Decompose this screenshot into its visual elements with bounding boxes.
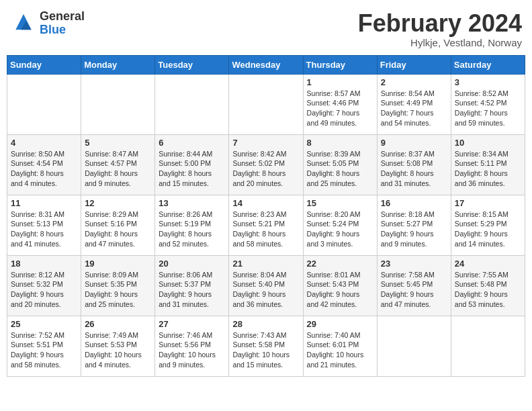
day-number: 14 (232, 198, 299, 208)
day-number: 29 (307, 319, 373, 329)
day-info: Sunrise: 8:39 AMSunset: 5:05 PMDaylight:… (307, 149, 373, 189)
day-number: 13 (159, 198, 225, 208)
calendar-cell: 21Sunrise: 8:04 AMSunset: 5:40 PMDayligh… (229, 255, 303, 316)
day-number: 28 (232, 319, 299, 329)
calendar-cell (7, 74, 81, 134)
day-info: Sunrise: 8:20 AMSunset: 5:24 PMDaylight:… (307, 210, 373, 249)
day-info: Sunrise: 8:44 AMSunset: 5:00 PMDaylight:… (159, 149, 225, 189)
calendar-cell: 12Sunrise: 8:29 AMSunset: 5:16 PMDayligh… (81, 195, 155, 255)
day-info: Sunrise: 8:57 AMSunset: 4:46 PMDaylight:… (307, 89, 373, 128)
day-info: Sunrise: 8:06 AMSunset: 5:37 PMDaylight:… (159, 270, 225, 310)
calendar-cell: 11Sunrise: 8:31 AMSunset: 5:13 PMDayligh… (7, 195, 81, 255)
day-number: 1 (307, 77, 373, 87)
day-number: 17 (455, 198, 521, 208)
calendar-cell (155, 74, 229, 134)
calendar-cell: 17Sunrise: 8:15 AMSunset: 5:29 PMDayligh… (451, 195, 525, 255)
logo-text: General Blue (40, 10, 85, 37)
calendar-header: SundayMondayTuesdayWednesdayThursdayFrid… (7, 55, 525, 74)
day-info: Sunrise: 8:54 AMSunset: 4:49 PMDaylight:… (381, 89, 447, 128)
weekday-header: Wednesday (229, 55, 303, 74)
day-info: Sunrise: 8:12 AMSunset: 5:32 PMDaylight:… (11, 270, 77, 310)
day-info: Sunrise: 7:49 AMSunset: 5:53 PMDaylight:… (85, 330, 151, 370)
day-info: Sunrise: 8:52 AMSunset: 4:52 PMDaylight:… (455, 89, 521, 128)
day-info: Sunrise: 8:37 AMSunset: 5:08 PMDaylight:… (381, 149, 447, 189)
weekday-header: Friday (377, 55, 451, 74)
calendar-cell: 5Sunrise: 8:47 AMSunset: 4:57 PMDaylight… (81, 134, 155, 195)
day-number: 18 (11, 259, 77, 269)
day-number: 4 (11, 138, 77, 148)
calendar-cell: 23Sunrise: 7:58 AMSunset: 5:45 PMDayligh… (377, 255, 451, 316)
calendar-week-row: 11Sunrise: 8:31 AMSunset: 5:13 PMDayligh… (7, 195, 525, 255)
day-number: 15 (307, 198, 373, 208)
calendar-cell: 19Sunrise: 8:09 AMSunset: 5:35 PMDayligh… (81, 255, 155, 316)
day-info: Sunrise: 8:47 AMSunset: 4:57 PMDaylight:… (85, 149, 151, 189)
day-number: 9 (381, 138, 447, 148)
day-info: Sunrise: 8:34 AMSunset: 5:11 PMDaylight:… (455, 149, 521, 189)
day-number: 25 (11, 319, 77, 329)
calendar-cell: 28Sunrise: 7:43 AMSunset: 5:58 PMDayligh… (229, 316, 303, 376)
calendar-cell: 15Sunrise: 8:20 AMSunset: 5:24 PMDayligh… (303, 195, 377, 255)
day-info: Sunrise: 8:23 AMSunset: 5:21 PMDaylight:… (232, 210, 299, 249)
day-number: 3 (455, 77, 521, 87)
day-number: 20 (159, 259, 225, 269)
calendar-cell: 14Sunrise: 8:23 AMSunset: 5:21 PMDayligh… (229, 195, 303, 255)
calendar-cell (451, 316, 525, 376)
weekday-header: Saturday (451, 55, 525, 74)
day-info: Sunrise: 8:31 AMSunset: 5:13 PMDaylight:… (11, 210, 77, 249)
calendar-cell: 26Sunrise: 7:49 AMSunset: 5:53 PMDayligh… (81, 316, 155, 376)
day-info: Sunrise: 8:18 AMSunset: 5:27 PMDaylight:… (381, 210, 447, 249)
weekday-header: Monday (81, 55, 155, 74)
weekday-header: Thursday (303, 55, 377, 74)
day-info: Sunrise: 8:09 AMSunset: 5:35 PMDaylight:… (85, 270, 151, 310)
day-info: Sunrise: 8:04 AMSunset: 5:40 PMDaylight:… (232, 270, 299, 310)
title-section: February 2024 Hylkje, Vestland, Norway (358, 10, 522, 48)
day-info: Sunrise: 7:58 AMSunset: 5:45 PMDaylight:… (381, 270, 447, 310)
day-info: Sunrise: 8:26 AMSunset: 5:19 PMDaylight:… (159, 210, 225, 249)
weekday-header: Sunday (7, 55, 81, 74)
calendar-title: February 2024 (358, 10, 522, 37)
calendar-subtitle: Hylkje, Vestland, Norway (358, 37, 522, 48)
day-number: 16 (381, 198, 447, 208)
calendar-cell: 6Sunrise: 8:44 AMSunset: 5:00 PMDaylight… (155, 134, 229, 195)
calendar-cell: 24Sunrise: 7:55 AMSunset: 5:48 PMDayligh… (451, 255, 525, 316)
calendar-cell: 7Sunrise: 8:42 AMSunset: 5:02 PMDaylight… (229, 134, 303, 195)
day-info: Sunrise: 8:01 AMSunset: 5:43 PMDaylight:… (307, 270, 373, 310)
day-number: 10 (455, 138, 521, 148)
day-info: Sunrise: 7:55 AMSunset: 5:48 PMDaylight:… (455, 270, 521, 310)
day-number: 12 (85, 198, 151, 208)
day-number: 2 (381, 77, 447, 87)
day-info: Sunrise: 8:42 AMSunset: 5:02 PMDaylight:… (232, 149, 299, 189)
calendar-cell (81, 74, 155, 134)
calendar-cell: 25Sunrise: 7:52 AMSunset: 5:51 PMDayligh… (7, 316, 81, 376)
day-number: 23 (381, 259, 447, 269)
day-number: 19 (85, 259, 151, 269)
calendar-cell: 22Sunrise: 8:01 AMSunset: 5:43 PMDayligh… (303, 255, 377, 316)
day-number: 22 (307, 259, 373, 269)
logo-general-text: General (40, 10, 85, 24)
calendar-cell: 16Sunrise: 8:18 AMSunset: 5:27 PMDayligh… (377, 195, 451, 255)
calendar-week-row: 25Sunrise: 7:52 AMSunset: 5:51 PMDayligh… (7, 316, 525, 376)
day-number: 27 (159, 319, 225, 329)
calendar-cell: 8Sunrise: 8:39 AMSunset: 5:05 PMDaylight… (303, 134, 377, 195)
page-header: General Blue February 2024 Hylkje, Vestl… (7, 7, 525, 48)
day-number: 21 (232, 259, 299, 269)
day-number: 26 (85, 319, 151, 329)
calendar-cell: 27Sunrise: 7:46 AMSunset: 5:56 PMDayligh… (155, 316, 229, 376)
calendar-cell (377, 316, 451, 376)
day-info: Sunrise: 7:46 AMSunset: 5:56 PMDaylight:… (159, 330, 225, 370)
calendar-cell: 1Sunrise: 8:57 AMSunset: 4:46 PMDaylight… (303, 74, 377, 134)
weekday-header: Tuesday (155, 55, 229, 74)
calendar-cell: 29Sunrise: 7:40 AMSunset: 6:01 PMDayligh… (303, 316, 377, 376)
day-info: Sunrise: 7:40 AMSunset: 6:01 PMDaylight:… (307, 330, 373, 370)
calendar-cell: 20Sunrise: 8:06 AMSunset: 5:37 PMDayligh… (155, 255, 229, 316)
logo: General Blue (10, 10, 85, 37)
day-number: 7 (232, 138, 299, 148)
logo-icon (10, 11, 37, 35)
day-info: Sunrise: 7:52 AMSunset: 5:51 PMDaylight:… (11, 330, 77, 370)
logo-blue-text: Blue (40, 24, 85, 37)
calendar-body: 1Sunrise: 8:57 AMSunset: 4:46 PMDaylight… (7, 74, 525, 376)
calendar-cell: 18Sunrise: 8:12 AMSunset: 5:32 PMDayligh… (7, 255, 81, 316)
calendar-cell: 9Sunrise: 8:37 AMSunset: 5:08 PMDaylight… (377, 134, 451, 195)
calendar-cell: 2Sunrise: 8:54 AMSunset: 4:49 PMDaylight… (377, 74, 451, 134)
calendar-cell: 10Sunrise: 8:34 AMSunset: 5:11 PMDayligh… (451, 134, 525, 195)
